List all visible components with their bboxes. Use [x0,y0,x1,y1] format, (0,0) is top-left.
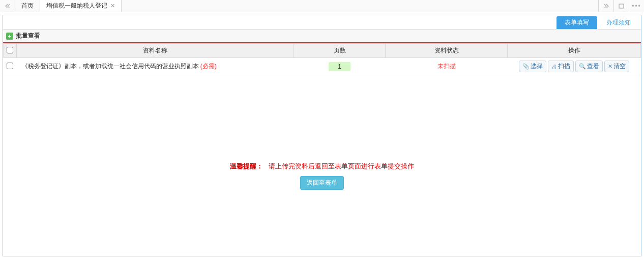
pill-tab-notice[interactable]: 办理须知 [598,16,639,29]
status-text: 未扫描 [437,63,456,70]
tabbar-maximize-icon[interactable] [613,0,629,12]
col-header-name: 资料名称 [17,44,294,58]
tabbar-actions: ••• [598,0,644,12]
required-tag: (必需) [200,63,217,70]
reminder-label: 温馨提醒： [230,162,263,170]
col-header-status: 资料状态 [386,44,508,58]
tab-bar: 首页 增值税一般纳税人登记 ✕ ••• [0,0,644,12]
close-icon[interactable]: ✕ [110,3,115,9]
tabbar-expand-icon[interactable] [598,0,613,12]
row-checkbox[interactable] [7,63,13,69]
reminder: 温馨提醒： 请上传完资料后返回至表单页面进行表单提交操作 [3,162,641,171]
pill-tab-form-label: 表单填写 [565,19,589,26]
tab-vat-registration[interactable]: 增值税一般纳税人登记 ✕ [40,0,122,12]
scan-button-label: 扫描 [558,62,570,71]
tab-home[interactable]: 首页 [15,0,40,12]
tabbar-more-icon[interactable]: ••• [629,0,644,12]
col-header-actions: 操作 [508,44,641,58]
return-button-label: 返回至表单 [307,179,337,186]
section-header: + 批量查看 [3,29,641,43]
section-title: 批量查看 [16,32,40,40]
tabbar-collapse-icon[interactable] [0,0,15,12]
col-header-checkbox [4,44,17,58]
select-button-label: 选择 [531,62,543,71]
pill-tab-form[interactable]: 表单填写 [557,16,597,29]
scan-button[interactable]: 🖨 扫描 [548,61,574,72]
svg-rect-0 [619,4,624,8]
footer-area: 温馨提醒： 请上传完资料后返回至表单页面进行表单提交操作 返回至表单 [3,157,641,256]
pill-tabs: 表单填写 办理须知 [3,15,641,29]
clear-button[interactable]: ✕ 清空 [604,61,629,72]
close-icon: ✕ [608,63,612,70]
page-count: 1 [329,62,350,71]
material-name: 《税务登记证》副本，或者加载统一社会信用代码的营业执照副本 [22,63,199,70]
search-icon: 🔍 [579,63,586,70]
tab-home-label: 首页 [21,2,34,10]
scan-icon: 🖨 [551,64,557,70]
plus-icon[interactable]: + [6,33,13,40]
reminder-text: 请上传完资料后返回至表单页面进行表单提交操作 [269,162,414,170]
materials-table: 资料名称 页数 资料状态 操作 《税务登记证》副本，或者加载统一社会信用代码的营… [3,43,641,75]
main-panel: 表单填写 办理须知 + 批量查看 资料名称 页数 [3,15,641,256]
select-button[interactable]: 📎 选择 [519,61,546,72]
table-row: 《税务登记证》副本，或者加载统一社会信用代码的营业执照副本 (必需) 1 未扫描 [4,58,641,75]
view-button-label: 查看 [587,62,599,71]
view-button[interactable]: 🔍 查看 [575,61,603,72]
pill-tab-notice-label: 办理须知 [606,19,631,26]
return-button[interactable]: 返回至表单 [300,176,344,190]
attachment-icon: 📎 [522,63,530,70]
tab-active-label: 增值税一般纳税人登记 [46,2,107,10]
col-header-pages: 页数 [294,44,386,58]
select-all-checkbox[interactable] [7,47,13,53]
clear-button-label: 清空 [613,62,626,71]
